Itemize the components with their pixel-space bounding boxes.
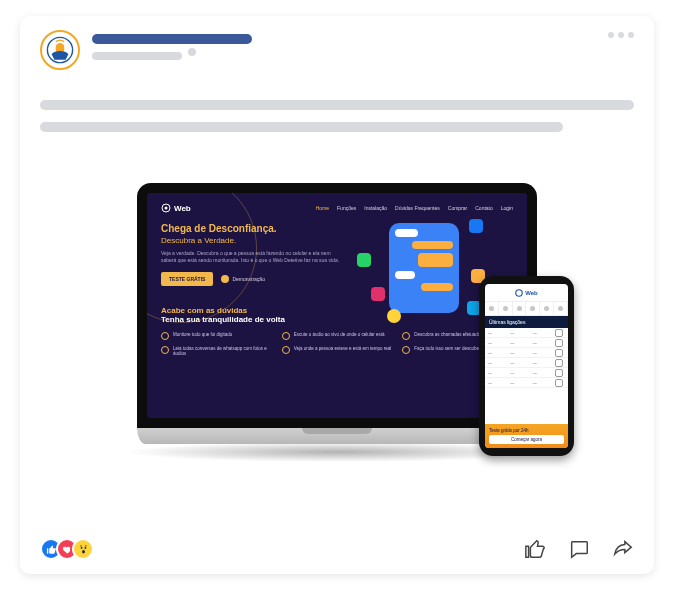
table-row: ——— xyxy=(485,358,568,368)
play-icon xyxy=(221,275,229,283)
hero-cta-button: TESTE GRÁTIS xyxy=(161,272,213,286)
phone-promo-banner: Teste grátis por 24h Começar agora xyxy=(485,424,568,448)
like-button[interactable] xyxy=(524,538,546,560)
svg-point-2 xyxy=(165,207,168,210)
avatar-logo-icon xyxy=(46,36,74,64)
facebook-icon xyxy=(469,219,483,233)
site-logo: Web xyxy=(161,203,191,213)
author-name-placeholder[interactable] xyxy=(92,34,252,44)
post-text-placeholder xyxy=(40,100,634,132)
post-meta-placeholder xyxy=(92,52,182,60)
whatsapp-icon xyxy=(357,253,371,267)
phone-section-title: Últimas ligações xyxy=(485,316,568,328)
privacy-icon xyxy=(188,48,196,56)
laptop-mockup: Web Home Funções Instalação Dúvidas Freq… xyxy=(137,183,537,444)
reaction-summary[interactable] xyxy=(40,538,94,560)
svg-point-3 xyxy=(516,289,522,295)
section2-heading-b: Tenha sua tranquilidade de volta xyxy=(161,315,513,324)
svg-point-4 xyxy=(77,543,89,555)
post-media[interactable]: Web Home Funções Instalação Dúvidas Freq… xyxy=(40,144,634,474)
table-row: ——— xyxy=(485,368,568,378)
table-row: ——— xyxy=(485,348,568,358)
hero-subheading: Descubra a Verdade. xyxy=(161,236,349,245)
table-row: ——— xyxy=(485,378,568,388)
site-nav: Home Funções Instalação Dúvidas Frequent… xyxy=(316,205,513,211)
svg-point-6 xyxy=(84,547,86,549)
post-author-block xyxy=(92,30,252,60)
wow-reaction-icon xyxy=(72,538,94,560)
table-row: ——— xyxy=(485,338,568,348)
phone-app-header: Web xyxy=(485,284,568,302)
share-button[interactable] xyxy=(612,538,634,560)
post-actions xyxy=(524,538,634,560)
hero-heading: Chega de Desconfiança. xyxy=(161,223,349,234)
phone-app-tabs xyxy=(485,302,568,316)
location-pin-icon xyxy=(387,309,401,323)
svg-point-5 xyxy=(80,547,82,549)
comment-button[interactable] xyxy=(568,538,590,560)
website-screenshot: Web Home Funções Instalação Dúvidas Freq… xyxy=(147,193,527,418)
table-row: ——— xyxy=(485,328,568,338)
social-post-card: Web Home Funções Instalação Dúvidas Freq… xyxy=(20,16,654,574)
phone-app-screenshot: Web Últimas ligações ——— ——— ——— ——— ———… xyxy=(485,284,568,448)
hero-paragraph: Veja a verdade. Descubra o que a pessoa … xyxy=(161,250,340,264)
post-more-button[interactable] xyxy=(608,32,634,38)
hero-demo-link: Demonstração xyxy=(221,275,265,283)
feature-grid: Monitore tudo que foi digitado Escute o … xyxy=(161,332,513,356)
post-footer xyxy=(40,538,634,560)
phone-mockup: Web Últimas ligações ——— ——— ——— ——— ———… xyxy=(479,276,574,456)
svg-point-7 xyxy=(82,549,85,552)
instagram-icon xyxy=(371,287,385,301)
section2-heading-a: Acabe com as dúvidas xyxy=(161,306,513,315)
profile-avatar[interactable] xyxy=(40,30,80,70)
post-header xyxy=(40,30,634,70)
